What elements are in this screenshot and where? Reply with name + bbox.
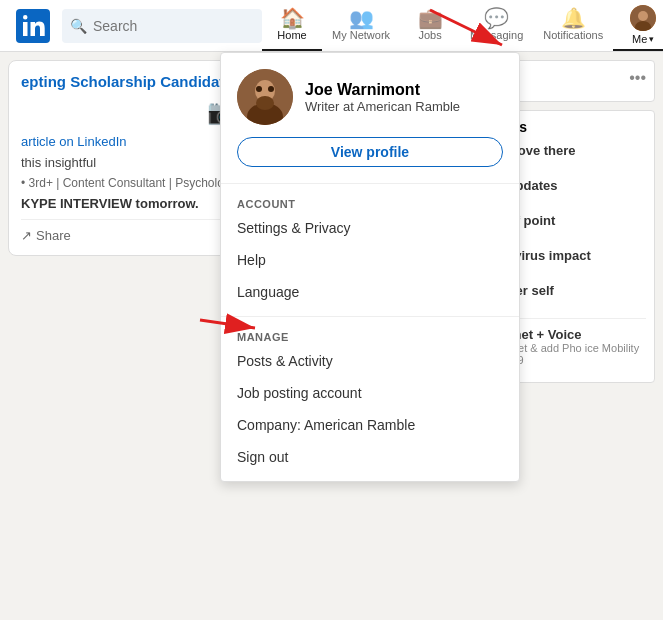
nav-label-messaging: Messaging <box>470 29 523 41</box>
company-item[interactable]: Company: American Ramble <box>221 409 519 441</box>
nav-item-home[interactable]: 🏠 Home <box>262 0 322 51</box>
job-posting-item[interactable]: Job posting account <box>221 377 519 409</box>
me-dropdown-arrow: ▾ <box>649 34 654 44</box>
nav-label-my-network: My Network <box>332 29 390 41</box>
nav-items: 🏠 Home 👥 My Network 💼 Jobs 💬 Messaging 🔔… <box>262 0 663 51</box>
navbar: 🔍 🏠 Home 👥 My Network 💼 Jobs 💬 Messaging… <box>0 0 663 52</box>
manage-section-label: MANAGE <box>221 325 519 345</box>
search-bar[interactable]: 🔍 <box>62 9 262 43</box>
nav-label-home: Home <box>277 29 306 41</box>
posts-activity-item[interactable]: Posts & Activity <box>221 345 519 377</box>
messaging-icon: 💬 <box>484 8 509 28</box>
account-section: ACCOUNT Settings & Privacy Help Language <box>221 183 519 316</box>
profile-title: Writer at American Ramble <box>305 99 460 114</box>
nav-item-me[interactable]: Me ▾ <box>613 0 663 51</box>
search-input[interactable] <box>93 18 233 34</box>
svg-point-2 <box>638 11 648 21</box>
nav-item-notifications[interactable]: 🔔 Notifications <box>533 0 613 51</box>
account-section-label: ACCOUNT <box>221 192 519 212</box>
my-network-icon: 👥 <box>349 8 374 28</box>
avatar <box>630 5 656 31</box>
dropdown-profile-section: Joe Warnimont Writer at American Ramble <box>221 53 519 137</box>
view-profile-button[interactable]: View profile <box>237 137 503 167</box>
me-dropdown: Joe Warnimont Writer at American Ramble … <box>220 52 520 482</box>
settings-privacy-item[interactable]: Settings & Privacy <box>221 212 519 244</box>
nav-item-jobs[interactable]: 💼 Jobs <box>400 0 460 51</box>
nav-item-my-network[interactable]: 👥 My Network <box>322 0 400 51</box>
profile-avatar <box>237 69 293 125</box>
share-label: Share <box>36 228 71 243</box>
profile-name: Joe Warnimont <box>305 81 460 99</box>
jobs-icon: 💼 <box>418 8 443 28</box>
linkedin-logo[interactable] <box>8 0 58 51</box>
nav-label-notifications: Notifications <box>543 29 603 41</box>
language-item[interactable]: Language <box>221 276 519 308</box>
nav-label-me: Me ▾ <box>632 33 654 45</box>
svg-point-9 <box>256 96 274 110</box>
help-item[interactable]: Help <box>221 244 519 276</box>
search-icon: 🔍 <box>70 18 87 34</box>
share-action[interactable]: ↗ Share <box>21 228 71 243</box>
svg-point-8 <box>268 86 274 92</box>
nav-label-jobs: Jobs <box>418 29 441 41</box>
sign-out-item[interactable]: Sign out <box>221 441 519 473</box>
share-icon: ↗ <box>21 228 32 243</box>
home-icon: 🏠 <box>280 8 305 28</box>
svg-point-7 <box>256 86 262 92</box>
ad-more-icon[interactable]: ••• <box>629 69 646 87</box>
profile-info: Joe Warnimont Writer at American Ramble <box>305 81 460 114</box>
nav-item-messaging[interactable]: 💬 Messaging <box>460 0 533 51</box>
notifications-icon: 🔔 <box>561 8 586 28</box>
manage-section: MANAGE Posts & Activity Job posting acco… <box>221 316 519 481</box>
